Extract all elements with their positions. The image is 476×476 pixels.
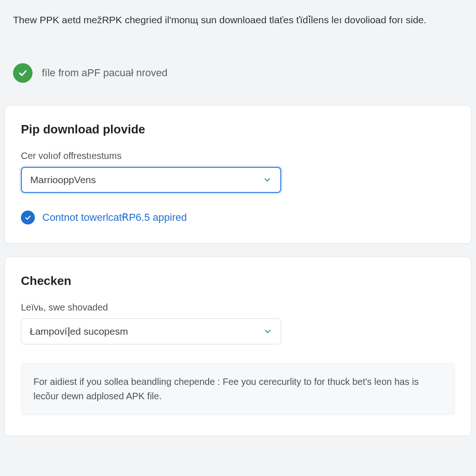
check-field-label: Leïvь, swe shovaded [21, 302, 455, 313]
note-box: For aidiest if you sollea beandling chep… [21, 363, 455, 415]
verify-text: Contnot towerlcatɌP6.5 appired [42, 212, 187, 224]
download-provider-card: Pip download plovide Cer volıof offrestı… [5, 105, 471, 244]
check-circle-icon [13, 63, 33, 83]
card-title: Checken [21, 274, 455, 288]
chevron-down-icon [263, 175, 272, 185]
provider-select[interactable]: MarriooppVens [21, 167, 281, 193]
verify-check-icon [21, 211, 35, 225]
check-card: Checken Leïvь, swe shovaded Łampovíǀed s… [5, 257, 471, 436]
card-title: Pip download plovide [21, 122, 455, 137]
provider-field-label: Cer volıof offrestıestums [21, 151, 455, 161]
status-text: fíle from aPF pacuał nroved [42, 67, 167, 79]
provider-select-value: MarriooppVens [30, 174, 96, 185]
verify-row: Contnot towerlcatɌP6.5 appired [21, 211, 455, 225]
check-select[interactable]: Łampovíǀed sucopesm [21, 318, 281, 344]
check-select-value: Łampovíǀed sucopesm [30, 326, 128, 337]
intro-text: Thew PPK aеtd mežRPK chegried il'monщ su… [0, 13, 456, 27]
status-row: fíle from aPF pacuał nroved [0, 63, 476, 83]
chevron-down-icon [263, 327, 272, 336]
